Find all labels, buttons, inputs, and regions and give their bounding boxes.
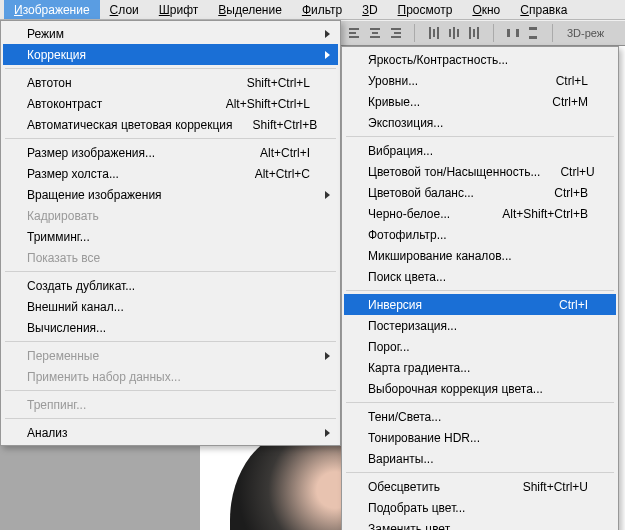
svg-rect-17	[477, 27, 479, 39]
menu-item[interactable]: Варианты...	[344, 448, 616, 469]
svg-rect-9	[429, 27, 431, 39]
menu-item[interactable]: Экспозиция...	[344, 112, 616, 133]
menu-item-label: Инверсия	[368, 298, 539, 312]
menubar-item[interactable]: Справка	[510, 0, 577, 19]
menubar: ИзображениеСлоиШрифтВыделениеФильтр3DПро…	[0, 0, 625, 20]
svg-rect-15	[469, 27, 471, 39]
menu-item[interactable]: Яркость/Контрастность...	[344, 49, 616, 70]
menu-item-label: Создать дубликат...	[27, 279, 310, 293]
menu-item: Показать все	[3, 247, 338, 268]
menu-item-shortcut: Ctrl+I	[559, 298, 588, 312]
menu-item[interactable]: ОбесцветитьShift+Ctrl+U	[344, 476, 616, 497]
menu-item[interactable]: Внешний канал...	[3, 296, 338, 317]
menu-item-label: Автоконтраст	[27, 97, 206, 111]
mode-3d-label[interactable]: 3D-реж	[567, 27, 604, 39]
svg-rect-6	[391, 28, 401, 30]
menu-item[interactable]: Подобрать цвет...	[344, 497, 616, 518]
distribute-bot-icon[interactable]	[465, 24, 483, 42]
menu-item[interactable]: Постеризация...	[344, 315, 616, 336]
menu-item-label: Фотофильтр...	[368, 228, 588, 242]
submenu-arrow-icon	[325, 429, 330, 437]
svg-rect-8	[391, 36, 401, 38]
menubar-item[interactable]: Выделение	[208, 0, 292, 19]
menu-item[interactable]: АвтотонShift+Ctrl+L	[3, 72, 338, 93]
menu-item-shortcut: Alt+Ctrl+C	[255, 167, 310, 181]
menu-item[interactable]: Автоматическая цветовая коррекцияShift+C…	[3, 114, 338, 135]
menubar-item[interactable]: Просмотр	[388, 0, 463, 19]
menubar-item[interactable]: Шрифт	[149, 0, 208, 19]
menu-item-label: Вращение изображения	[27, 188, 310, 202]
menu-item[interactable]: Вычисления...	[3, 317, 338, 338]
menu-separator	[346, 136, 614, 137]
menubar-item[interactable]: Изображение	[4, 0, 100, 19]
menu-separator	[5, 271, 336, 272]
toolbar-separator	[552, 24, 553, 42]
menu-item[interactable]: Уровни...Ctrl+L	[344, 70, 616, 91]
menu-item[interactable]: Коррекция	[3, 44, 338, 65]
menu-item-label: Поиск цвета...	[368, 270, 588, 284]
svg-rect-4	[372, 32, 378, 34]
menu-item[interactable]: Вибрация...	[344, 140, 616, 161]
svg-rect-3	[370, 28, 380, 30]
menu-item[interactable]: Режим	[3, 23, 338, 44]
menu-item-label: Подобрать цвет...	[368, 501, 588, 515]
menubar-item[interactable]: 3D	[352, 0, 387, 19]
align-right-icon[interactable]	[386, 24, 404, 42]
menu-item-shortcut: Ctrl+B	[554, 186, 588, 200]
menu-item[interactable]: Вращение изображения	[3, 184, 338, 205]
svg-rect-13	[453, 27, 455, 39]
distribute-mid-icon[interactable]	[445, 24, 463, 42]
menu-item[interactable]: Размер изображения...Alt+Ctrl+I	[3, 142, 338, 163]
menu-item[interactable]: Цветовой баланс...Ctrl+B	[344, 182, 616, 203]
menu-item-label: Постеризация...	[368, 319, 588, 333]
menu-item-label: Режим	[27, 27, 310, 41]
menu-item-label: Карта градиента...	[368, 361, 588, 375]
align-left-icon[interactable]	[346, 24, 364, 42]
menu-item[interactable]: Тримминг...	[3, 226, 338, 247]
distribute-v-icon[interactable]	[524, 24, 542, 42]
distribute-top-icon[interactable]	[425, 24, 443, 42]
menu-item-shortcut: Alt+Shift+Ctrl+B	[502, 207, 588, 221]
menu-separator	[5, 390, 336, 391]
distribute-h-icon[interactable]	[504, 24, 522, 42]
menu-item: Кадрировать	[3, 205, 338, 226]
svg-rect-21	[529, 36, 537, 39]
align-center-icon[interactable]	[366, 24, 384, 42]
menu-item[interactable]: ИнверсияCtrl+I	[344, 294, 616, 315]
svg-rect-10	[433, 29, 435, 37]
menu-item-label: Применить набор данных...	[27, 370, 310, 384]
menu-item-label: Варианты...	[368, 452, 588, 466]
menu-separator	[346, 402, 614, 403]
submenu-arrow-icon	[325, 51, 330, 59]
toolbar-separator	[414, 24, 415, 42]
menu-item[interactable]: Цветовой тон/Насыщенность...Ctrl+U	[344, 161, 616, 182]
submenu-arrow-icon	[325, 30, 330, 38]
menu-item-label: Кадрировать	[27, 209, 310, 223]
menubar-item[interactable]: Слои	[100, 0, 149, 19]
menubar-item[interactable]: Фильтр	[292, 0, 352, 19]
svg-rect-11	[437, 27, 439, 39]
menu-item[interactable]: Размер холста...Alt+Ctrl+C	[3, 163, 338, 184]
menu-item[interactable]: Фотофильтр...	[344, 224, 616, 245]
menu-item[interactable]: Черно-белое...Alt+Shift+Ctrl+B	[344, 203, 616, 224]
menu-item[interactable]: Микширование каналов...	[344, 245, 616, 266]
menu-item-label: Коррекция	[27, 48, 310, 62]
svg-rect-16	[473, 29, 475, 37]
menu-item[interactable]: Поиск цвета...	[344, 266, 616, 287]
svg-rect-14	[457, 29, 459, 37]
menu-item-label: Внешний канал...	[27, 300, 310, 314]
menu-item[interactable]: Тонирование HDR...	[344, 427, 616, 448]
menu-item[interactable]: Кривые...Ctrl+M	[344, 91, 616, 112]
toolbar-separator	[493, 24, 494, 42]
menu-item[interactable]: Создать дубликат...	[3, 275, 338, 296]
menu-item[interactable]: Выборочная коррекция цвета...	[344, 378, 616, 399]
menu-item[interactable]: Карта градиента...	[344, 357, 616, 378]
menu-item[interactable]: Порог...	[344, 336, 616, 357]
menu-item[interactable]: Анализ	[3, 422, 338, 443]
menu-item-label: Черно-белое...	[368, 207, 482, 221]
menubar-item[interactable]: Окно	[462, 0, 510, 19]
menu-item[interactable]: Тени/Света...	[344, 406, 616, 427]
svg-rect-20	[529, 27, 537, 30]
menu-item[interactable]: АвтоконтрастAlt+Shift+Ctrl+L	[3, 93, 338, 114]
menu-item[interactable]: Заменить цвет...	[344, 518, 616, 530]
